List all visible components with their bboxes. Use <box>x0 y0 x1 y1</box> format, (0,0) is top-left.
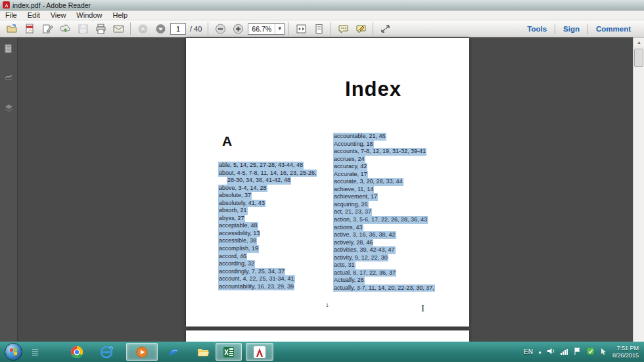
speaker-icon[interactable] <box>547 346 555 358</box>
messenger-icon[interactable] <box>163 343 185 361</box>
print-icon[interactable] <box>93 22 108 36</box>
index-entry[interactable]: according, 32 <box>218 260 255 268</box>
chevron-down-icon[interactable]: ▼ <box>275 24 284 34</box>
toolbar-right-panel: Tools Sign Comment <box>519 24 639 34</box>
index-entry[interactable]: achieve, 11, 14 <box>333 186 374 194</box>
list-app-icon[interactable] <box>24 343 46 361</box>
pointer-icon[interactable] <box>599 346 608 358</box>
save-icon[interactable] <box>75 22 91 36</box>
chrome-icon[interactable] <box>66 343 88 361</box>
menu-item[interactable]: View <box>45 11 72 20</box>
index-entry[interactable]: accordingly, 7, 25, 34, 37 <box>218 268 285 276</box>
index-entry[interactable]: action, 3, 5-6, 17, 22, 26, 28, 36, 43 <box>333 216 428 224</box>
index-entry[interactable]: activity, 9, 12, 22, 30 <box>333 254 388 262</box>
layers-panel-icon[interactable] <box>4 103 14 113</box>
network-icon[interactable] <box>560 346 568 358</box>
index-entry[interactable]: accessible, 38 <box>218 237 257 245</box>
index-entry[interactable]: Accurate, 17 <box>333 171 368 179</box>
explorer-folder-icon[interactable] <box>192 343 214 361</box>
send-file-icon[interactable] <box>22 22 37 36</box>
start-orb[interactable] <box>5 343 22 361</box>
index-entry[interactable]: accord, 46 <box>218 253 247 261</box>
fit-width-icon[interactable] <box>293 22 309 36</box>
toolbar-separator <box>331 22 331 35</box>
index-entry[interactable]: achievement, 17 <box>333 193 378 201</box>
page-thumbnails-icon[interactable] <box>4 44 14 54</box>
fit-page-icon[interactable] <box>311 22 327 36</box>
comment-button[interactable]: Comment <box>588 25 639 33</box>
page-number-input[interactable]: 1 <box>170 23 186 35</box>
menu-item[interactable]: Window <box>71 11 107 20</box>
sign-button[interactable]: Sign <box>555 25 587 33</box>
pdf-page-2 <box>186 330 469 342</box>
document-area: Index A able, 5, 14, 25, 27-28, 43-44, 4… <box>0 37 644 342</box>
annotate-bubble-icon[interactable] <box>353 22 369 36</box>
scroll-up-icon[interactable]: ▲ <box>633 37 644 47</box>
index-entry[interactable]: accuracy, 42 <box>333 163 367 171</box>
vertical-scrollbar[interactable]: ▲ <box>633 37 644 342</box>
toolbar-separator <box>130 22 131 35</box>
index-entry[interactable]: abyss, 27 <box>218 215 245 223</box>
update-icon[interactable] <box>586 346 595 358</box>
index-entry[interactable]: accountable, 21, 46 <box>333 133 386 141</box>
index-entry[interactable]: active, 3, 16, 36, 38, 42 <box>333 231 396 239</box>
next-page-icon[interactable] <box>152 22 168 36</box>
index-entry[interactable]: activities, 39, 42-43, 47 <box>333 246 396 254</box>
tools-button[interactable]: Tools <box>519 25 555 33</box>
index-entry[interactable]: Accounting, 18 <box>333 141 374 148</box>
clock[interactable]: 7:51 PM 8/26/2015 <box>612 345 643 359</box>
menu-item[interactable]: File <box>0 11 22 20</box>
toolbar-separator <box>288 22 289 35</box>
index-entry[interactable]: acquiring, 26 <box>333 201 369 209</box>
open-icon[interactable] <box>4 22 20 36</box>
index-entry[interactable]: absolute, 37 <box>218 192 252 200</box>
index-entry[interactable]: acceptable, 48 <box>218 222 258 230</box>
zoom-in-icon[interactable] <box>230 22 246 36</box>
fullscreen-icon[interactable] <box>377 22 393 36</box>
index-entry[interactable]: actions, 43 <box>333 224 363 232</box>
email-icon[interactable] <box>110 22 126 36</box>
menu-item[interactable]: Edit <box>22 11 45 20</box>
index-entry[interactable]: act, 21, 23, 37 <box>333 208 372 216</box>
cloud-upload-icon[interactable] <box>57 22 73 36</box>
internet-explorer-icon[interactable] <box>95 343 118 361</box>
window-title: index.pdf - Adobe Reader <box>12 1 91 9</box>
index-entry[interactable]: accountability, 16, 23, 29, 39 <box>218 283 294 291</box>
action-center-flag-icon[interactable] <box>573 346 582 358</box>
index-entry[interactable]: accessibility, 13 <box>218 230 260 238</box>
hidden-icons-caret[interactable]: ▲ <box>538 350 542 354</box>
index-entry[interactable]: about, 4-5, 7-8, 11, 14, 16, 23, 25-26, <box>218 170 317 177</box>
adobe-reader-icon[interactable] <box>246 343 273 361</box>
scrollbar-thumb[interactable] <box>634 49 643 67</box>
index-entry[interactable]: 28-30, 34, 38, 41-42, 48 <box>227 177 291 185</box>
index-entry[interactable]: accurate, 3, 20, 28, 33, 44 <box>333 178 403 186</box>
index-entry[interactable]: account, 4, 22, 25, 31-34, 41 <box>218 275 295 283</box>
language-indicator[interactable]: EN <box>524 348 533 355</box>
excel-icon[interactable] <box>216 343 242 361</box>
index-entry[interactable]: absolutely, 41, 43 <box>218 200 265 208</box>
index-entry[interactable]: absorb, 21 <box>218 207 248 215</box>
index-title: Index <box>317 78 429 101</box>
zoom-out-icon[interactable] <box>212 22 228 36</box>
section-letter-a: A <box>222 133 232 149</box>
index-entry[interactable]: accomplish, 19 <box>218 245 259 253</box>
previous-page-icon[interactable] <box>135 22 150 36</box>
index-entry[interactable]: accrues, 24 <box>333 156 365 164</box>
index-entry[interactable]: acts, 31 <box>333 261 356 269</box>
comment-bubble-icon[interactable] <box>335 22 351 36</box>
pdf-page-1: Index A able, 5, 14, 25, 27-28, 43-44, 4… <box>186 38 469 327</box>
signature-panel-icon[interactable] <box>4 72 14 81</box>
index-entry[interactable]: above, 3-4, 14, 28 <box>218 185 267 192</box>
index-entry[interactable]: able, 5, 14, 25, 27-28, 43-44, 48 <box>218 162 304 170</box>
index-entry[interactable]: actively, 28, 46 <box>333 239 373 247</box>
index-entry[interactable]: Actually, 26 <box>333 277 365 284</box>
navigation-pane-strip <box>0 37 18 342</box>
index-entry[interactable]: accounts, 7-8, 12, 19, 31-32, 39-41 <box>333 148 426 156</box>
toolbar-separator <box>373 22 373 35</box>
zoom-level-select[interactable]: 66.7% ▼ <box>248 23 285 35</box>
index-entry[interactable]: actually, 3-7, 11, 14, 20, 22-23, 30, 37… <box>333 284 435 292</box>
index-entry[interactable]: actual, 8, 17, 22, 36, 37 <box>333 269 396 277</box>
menu-item[interactable]: Help <box>107 11 133 20</box>
sign-pen-icon[interactable] <box>39 22 55 36</box>
windows-media-player-icon[interactable] <box>126 343 158 361</box>
